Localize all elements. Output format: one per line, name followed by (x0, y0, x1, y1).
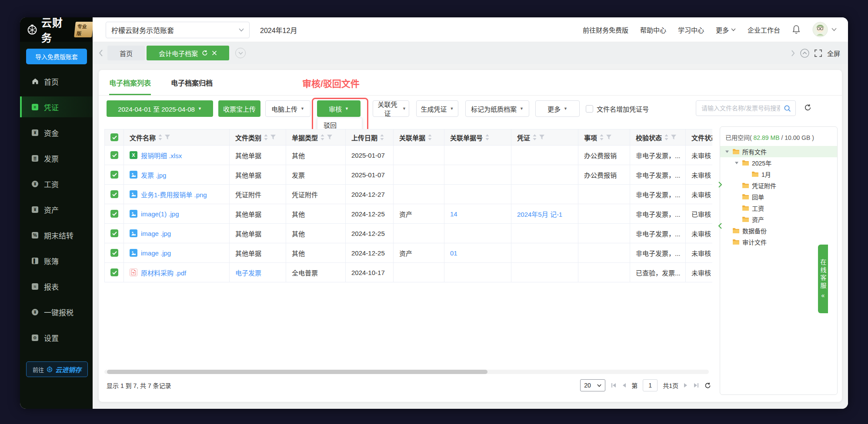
column-header-related-doc[interactable]: 关联单据 (394, 129, 444, 146)
filter-icon[interactable] (671, 135, 676, 140)
goto-yunjinxiaocun-button[interactable]: 前往 云进销存 (26, 361, 88, 377)
import-free-account-button[interactable]: 导入免费版账套 (26, 49, 87, 64)
more-button[interactable]: 更多▼ (535, 100, 580, 117)
horizontal-scrollbar[interactable] (104, 370, 709, 374)
cell-related-doc-no[interactable]: 01 (444, 243, 511, 263)
file-name-link[interactable]: 原材料采购 .pdf (141, 268, 186, 277)
file-name-link[interactable]: 发票 .jpg (141, 170, 166, 179)
row-checkbox-checked[interactable] (110, 171, 118, 179)
row-checkbox-checked[interactable] (110, 151, 118, 159)
sort-icon[interactable] (158, 134, 162, 140)
file-name-link[interactable]: image(1) .jpg (141, 210, 179, 218)
filter-icon[interactable] (270, 135, 276, 140)
sidebar-item-tax[interactable]: ¥一键报税 (20, 301, 93, 322)
row-checkbox-checked[interactable] (110, 249, 118, 257)
audit-button[interactable]: 审核▼ (317, 100, 361, 117)
tree-node[interactable]: 回单 (720, 191, 837, 202)
tree-node[interactable]: 数据备份 (720, 225, 837, 236)
cell-file-category[interactable]: 电子发票 (230, 263, 286, 282)
tab-archive-list[interactable]: 电子档案列表 (109, 70, 151, 95)
tree-caret-icon[interactable] (734, 161, 739, 165)
mark-paper-archive-button[interactable]: 标记为纸质档案▼ (465, 100, 529, 117)
tabs-scroll-left-icon[interactable] (99, 50, 103, 56)
file-name-link[interactable]: 报销明细 .xlsx (141, 151, 182, 160)
sidebar-item-funds[interactable]: ¥资金 (20, 122, 93, 143)
cell-related-doc-no[interactable]: 14 (444, 204, 511, 224)
fullscreen-label[interactable]: 全屏 (827, 49, 840, 58)
sort-icon[interactable] (664, 134, 668, 140)
sidebar-item-home[interactable]: 首页 (20, 71, 93, 92)
tree-node[interactable]: 2025年 (720, 157, 837, 169)
sidebar-item-assets[interactable]: ¥资产 (20, 199, 93, 220)
row-checkbox-checked[interactable] (110, 229, 118, 237)
tab-refresh-icon[interactable] (202, 50, 208, 56)
help-center-link[interactable]: 帮助中心 (640, 25, 666, 34)
filter-icon[interactable] (539, 135, 544, 140)
more-menu[interactable]: 更多 (716, 25, 736, 34)
file-name-link[interactable]: 业务1-费用报销单 .png (141, 190, 207, 199)
sort-icon[interactable] (600, 134, 604, 140)
column-header-voucher[interactable]: 凭证 (511, 129, 578, 146)
panel-expand-icon[interactable] (717, 179, 723, 190)
tree-caret-icon[interactable] (724, 150, 730, 153)
search-icon[interactable] (784, 105, 791, 112)
collapse-left-icon[interactable]: « (821, 292, 825, 299)
select-all-checkbox[interactable] (110, 133, 118, 141)
sort-icon[interactable] (533, 134, 537, 140)
current-period-label[interactable]: 2024年12月 (260, 25, 297, 35)
sidebar-item-reports[interactable]: ≈报表 (20, 276, 93, 297)
tree-node[interactable]: 工资 (720, 202, 837, 214)
filter-icon[interactable] (165, 135, 170, 140)
column-header-check-status[interactable]: 校验状态 (630, 129, 686, 146)
column-header-upload-date[interactable]: 上传日期 (346, 129, 394, 146)
column-header-file-status[interactable]: 文件状态 (686, 129, 713, 146)
generate-voucher-button[interactable]: 生成凭证▼ (416, 100, 458, 117)
column-header-item[interactable]: 事项 (578, 129, 630, 146)
tree-node[interactable]: 资产 (720, 214, 837, 225)
tab-archive-filing[interactable]: 电子档案归档 (171, 70, 213, 95)
scrollbar-thumb[interactable] (107, 370, 487, 374)
row-checkbox-checked[interactable] (110, 268, 118, 276)
sort-icon[interactable] (264, 134, 268, 140)
pc-upload-button[interactable]: 电脑上传▼ (265, 100, 310, 117)
page-size-select[interactable]: 20 (580, 379, 605, 391)
account-select[interactable]: 柠檬云财务示范账套 (106, 22, 250, 38)
user-avatar[interactable] (812, 22, 837, 37)
last-page-icon[interactable] (693, 383, 699, 388)
sort-icon[interactable] (428, 134, 432, 140)
tree-node[interactable]: 所有文件 (720, 146, 837, 157)
tree-node[interactable]: 凭证附件 (720, 180, 837, 191)
sidebar-item-period-end[interactable]: %期末结转 (20, 225, 93, 245)
panel-collapse-icon[interactable] (717, 220, 723, 232)
search-input[interactable] (701, 104, 781, 112)
first-page-icon[interactable] (611, 383, 617, 388)
goto-free-version-link[interactable]: 前往财务免费版 (583, 25, 628, 34)
tabs-dropdown-icon[interactable] (235, 48, 246, 58)
online-service-tab[interactable]: 在线客服 « (818, 245, 828, 313)
tab-close-icon[interactable] (212, 50, 217, 56)
sidebar-item-invoice[interactable]: ≣发票 (20, 148, 93, 169)
sort-icon[interactable] (320, 134, 324, 140)
row-checkbox-checked[interactable] (110, 190, 118, 198)
checkbox-unchecked[interactable] (586, 105, 593, 113)
row-checkbox-checked[interactable] (110, 210, 118, 218)
prev-page-icon[interactable] (622, 383, 626, 388)
fullscreen-icon[interactable] (815, 50, 822, 57)
file-name-link[interactable]: image .jpg (141, 230, 171, 237)
tab-accounting-e-archive[interactable]: 会计电子档案 (147, 46, 229, 60)
date-range-button[interactable]: 2024-04-01 至 2025-04-08▼ (107, 100, 213, 117)
tab-home[interactable]: 首页 (107, 46, 145, 60)
filter-icon[interactable] (327, 135, 332, 140)
tabs-scroll-right-icon[interactable] (791, 50, 795, 56)
pager-refresh-icon[interactable] (704, 382, 711, 389)
notification-bell-icon[interactable] (792, 25, 801, 34)
page-number-input[interactable] (643, 379, 658, 391)
column-header-doc-type[interactable]: 单据类型 (286, 129, 346, 146)
sidebar-item-settings[interactable]: ⚙设置 (20, 327, 93, 348)
next-page-icon[interactable] (684, 383, 688, 388)
column-header-file-category[interactable]: 文件类别 (230, 129, 286, 146)
filter-icon[interactable] (606, 135, 611, 140)
sidebar-item-ledger[interactable]: ▌账簿 (20, 250, 93, 271)
sort-icon[interactable] (380, 134, 384, 140)
sidebar-item-salary[interactable]: ¥工资 (20, 173, 93, 194)
